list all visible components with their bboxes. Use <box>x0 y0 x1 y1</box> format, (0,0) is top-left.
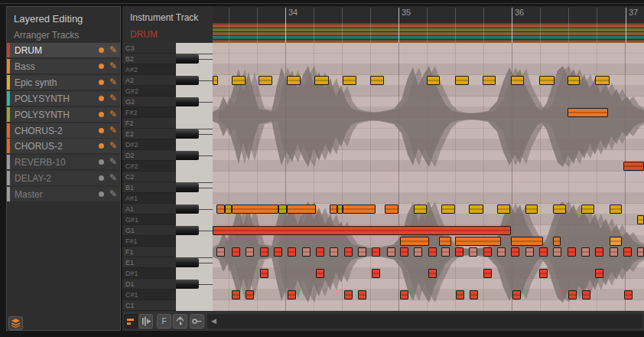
midi-note-f1[interactable] <box>316 247 324 257</box>
piano-keyboard[interactable] <box>176 43 213 311</box>
midi-note-cs1[interactable] <box>624 290 633 299</box>
horizontal-scrollbar[interactable]: ◀ <box>207 314 642 329</box>
midi-note-a1[interactable] <box>414 204 427 214</box>
black-key[interactable] <box>176 226 199 235</box>
pencil-icon[interactable]: ✎ <box>109 125 117 136</box>
midi-note-f1[interactable] <box>469 247 477 257</box>
track-active-dot[interactable] <box>99 143 104 149</box>
midi-note-a2[interactable] <box>483 76 496 85</box>
midi-note-cs1[interactable] <box>568 290 577 299</box>
midi-note-a1[interactable] <box>525 204 538 214</box>
midi-note-fs1[interactable] <box>610 237 622 246</box>
fold-button[interactable]: F <box>157 314 171 329</box>
midi-note-f1[interactable] <box>274 247 282 257</box>
midi-note-f1[interactable] <box>568 247 576 257</box>
midi-note-cs1[interactable] <box>232 290 240 299</box>
pencil-icon[interactable]: ✎ <box>109 44 117 55</box>
black-key[interactable] <box>176 76 199 85</box>
pencil-icon[interactable]: ✎ <box>109 61 117 71</box>
midi-note-a1[interactable] <box>385 204 398 214</box>
midi-note-f1[interactable] <box>610 247 618 257</box>
midi-note-a1[interactable] <box>216 204 225 214</box>
midi-note-ds1[interactable] <box>260 269 268 278</box>
pencil-icon[interactable]: ✎ <box>109 172 117 183</box>
track-row-polysynth[interactable]: POLYSYNTH✎ <box>7 107 120 122</box>
midi-note-fs2[interactable] <box>568 108 608 117</box>
midi-note-f1[interactable] <box>455 247 463 257</box>
midi-note-a2[interactable] <box>455 76 469 85</box>
midi-note-f1[interactable] <box>216 247 225 257</box>
midi-note-cs2[interactable] <box>623 162 644 171</box>
pencil-icon[interactable]: ✎ <box>109 109 117 119</box>
midi-note-cs1[interactable] <box>246 290 254 299</box>
black-key[interactable] <box>176 151 199 160</box>
note-lanes-button[interactable] <box>124 314 138 329</box>
black-key[interactable] <box>176 280 199 289</box>
midi-note-g1[interactable] <box>213 226 511 235</box>
audition-button[interactable] <box>173 314 187 329</box>
midi-note-f1[interactable] <box>344 247 353 257</box>
midi-note-f1[interactable] <box>511 247 519 257</box>
midi-note-cs1[interactable] <box>344 290 353 299</box>
midi-note-cs1[interactable] <box>470 290 478 299</box>
midi-note-f1[interactable] <box>581 247 590 257</box>
midi-note-a1[interactable] <box>225 204 232 214</box>
track-row-delay-2[interactable]: DELAY-2✎ <box>7 171 120 185</box>
midi-note-f1[interactable] <box>525 247 534 257</box>
midi-note-a1[interactable] <box>581 204 594 214</box>
midi-note-a2[interactable] <box>539 76 555 85</box>
black-key[interactable] <box>176 54 199 64</box>
track-active-dot[interactable] <box>99 191 104 197</box>
midi-note-a1[interactable] <box>278 204 287 214</box>
midi-note-fs1[interactable] <box>511 237 543 246</box>
midi-note-f1[interactable] <box>483 247 492 257</box>
midi-note-f1[interactable] <box>232 247 240 257</box>
track-active-dot[interactable] <box>99 159 104 165</box>
midi-note-ds1[interactable] <box>483 269 492 278</box>
midi-note-a2[interactable] <box>232 76 246 85</box>
midi-note-f1[interactable] <box>637 247 644 257</box>
midi-note-f1[interactable] <box>372 247 380 257</box>
track-active-dot[interactable] <box>99 64 104 69</box>
midi-note-a1[interactable] <box>343 204 376 214</box>
track-row-master[interactable]: Master✎ <box>7 187 120 201</box>
midi-note-cs1[interactable] <box>288 290 296 299</box>
midi-note-cs1[interactable] <box>358 290 366 299</box>
pencil-icon[interactable]: ✎ <box>109 140 117 151</box>
midi-note-ds1[interactable] <box>316 269 324 278</box>
layers-button[interactable] <box>8 316 23 330</box>
pencil-icon[interactable]: ✎ <box>109 77 117 87</box>
black-key[interactable] <box>176 258 199 267</box>
midi-note-ds1[interactable] <box>372 269 380 278</box>
midi-note-cs1[interactable] <box>456 290 464 299</box>
midi-note-f1[interactable] <box>246 247 254 257</box>
midi-note-f1[interactable] <box>400 247 408 257</box>
audio-events-button[interactable] <box>138 314 153 329</box>
midi-note-f1[interactable] <box>623 247 632 257</box>
midi-note-f1[interactable] <box>428 247 437 257</box>
track-row-bass[interactable]: Bass✎ <box>7 59 120 74</box>
track-active-dot[interactable] <box>99 175 104 181</box>
pencil-icon[interactable]: ✎ <box>109 156 117 167</box>
midi-note-f1[interactable] <box>358 247 366 257</box>
midi-note-a2[interactable] <box>568 76 580 85</box>
midi-note-a1[interactable] <box>441 204 455 214</box>
midi-note-fs1[interactable] <box>455 237 501 246</box>
midi-note-f1[interactable] <box>553 247 561 257</box>
midi-note-f1[interactable] <box>497 247 506 257</box>
midi-note-a1[interactable] <box>287 204 316 214</box>
midi-note-f1[interactable] <box>330 247 338 257</box>
scroll-left-arrow-icon[interactable]: ◀ <box>211 316 216 326</box>
track-active-dot[interactable] <box>99 47 104 53</box>
track-row-polysynth[interactable]: POLYSYNTH✎ <box>7 91 120 106</box>
midi-note-a1[interactable] <box>232 204 278 214</box>
midi-note-ds1[interactable] <box>428 269 437 278</box>
midi-note-a2[interactable] <box>343 76 356 85</box>
midi-note-fs1[interactable] <box>439 237 451 246</box>
midi-note-a1[interactable] <box>497 204 510 214</box>
midi-note-f1[interactable] <box>414 247 422 257</box>
midi-note-a2[interactable] <box>511 76 524 85</box>
black-key[interactable] <box>176 204 199 214</box>
track-active-dot[interactable] <box>99 80 104 85</box>
midi-note-a1[interactable] <box>610 204 622 214</box>
